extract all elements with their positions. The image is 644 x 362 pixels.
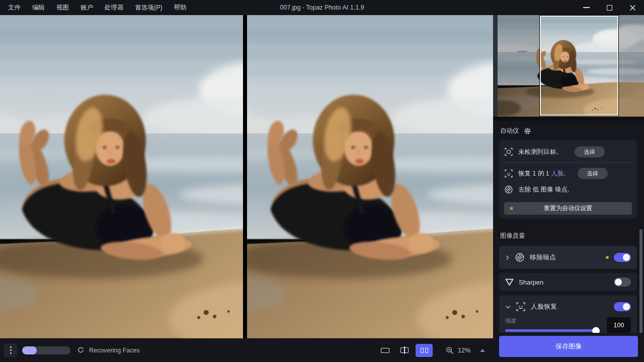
target-status-text: 未检测到目标。 [518, 148, 562, 156]
face-recovery-toggle[interactable] [614, 302, 631, 311]
maximize-icon [607, 5, 612, 11]
overflow-menu-button[interactable] [4, 343, 17, 357]
face-count-link[interactable]: 人脸 [551, 170, 564, 177]
navigation-thumbnail[interactable] [493, 15, 644, 117]
face-recovery-panel: 人脸恢复 强度 100 [499, 295, 637, 333]
settings-scrollbar[interactable] [639, 229, 642, 333]
compare-view [0, 15, 493, 338]
viewport-rectangle[interactable] [540, 16, 618, 116]
save-area: 保存图像 [493, 333, 644, 362]
save-image-button[interactable]: 保存图像 [499, 336, 638, 357]
autopilot-title: 自动仪 [500, 127, 519, 135]
autopilot-summary-panel: 未检测到目标。 选择 恢复 1 的 1 [499, 140, 637, 219]
close-button[interactable] [621, 0, 644, 15]
progress-bar [22, 346, 70, 354]
maximize-button[interactable] [598, 0, 621, 15]
side-by-side-view-button[interactable] [416, 344, 433, 357]
autopilot-noise-row: 去除 低 图像 噪点. [504, 182, 632, 198]
noise-icon [504, 185, 513, 194]
menu-account[interactable]: 账户 [78, 3, 95, 13]
strength-label: 强度 [505, 317, 601, 325]
face-status-text: 恢复 1 的 1 人脸. [518, 169, 566, 178]
canvas-area: Recovering Faces 12% [0, 15, 493, 362]
menu-preferences[interactable]: 首选项(P) [133, 3, 165, 13]
zoom-controls: 12% [446, 346, 485, 354]
window-controls [575, 0, 644, 15]
minimize-button[interactable] [575, 0, 598, 15]
face-recovery-header[interactable]: 人脸恢复 [505, 300, 631, 313]
target-select-button[interactable]: 选择 [575, 146, 605, 157]
remove-noise-panel[interactable]: 移除噪点 [499, 246, 637, 269]
view-mode-buttons [376, 344, 433, 357]
reset-autopilot-button[interactable]: 重置为自动仪设置 [504, 202, 632, 215]
spinner-icon [77, 347, 84, 353]
side-by-side-icon [421, 348, 428, 353]
zoom-in-icon[interactable] [446, 346, 454, 354]
remove-noise-toggle[interactable] [614, 253, 631, 262]
app-window: 文件 编辑 视图 账户 处理器 首选项(P) 帮助 007.jpg - Topa… [0, 0, 644, 362]
settings-panel: 自动仪 [493, 121, 644, 333]
progress-fill [22, 346, 37, 354]
sharpen-label: Sharpen [519, 279, 543, 286]
noise-icon [515, 252, 525, 262]
zoom-dropdown-arrow-icon[interactable] [480, 349, 485, 352]
menu-file[interactable]: 文件 [6, 3, 23, 13]
thumbnail-edge [493, 15, 498, 117]
face-select-button[interactable]: 选择 [578, 168, 608, 179]
zoom-level[interactable]: 12% [458, 347, 472, 354]
menu-help[interactable]: 帮助 [172, 3, 189, 13]
divider [504, 162, 632, 163]
face-recovery-label: 人脸恢复 [531, 302, 557, 311]
progress-status-text: Recovering Faces [89, 347, 140, 354]
menubar: 文件 编辑 视图 账户 处理器 首选项(P) 帮助 [0, 3, 189, 13]
statusbar: Recovering Faces 12% [0, 338, 493, 362]
strength-slider[interactable] [505, 329, 599, 332]
menu-processor[interactable]: 处理器 [103, 3, 126, 13]
chevron-down-icon[interactable] [505, 305, 511, 309]
enabled-dot [606, 256, 609, 259]
split-view-button[interactable] [396, 344, 413, 357]
sharpen-panel[interactable]: Sharpen [499, 273, 637, 291]
minimize-icon [583, 7, 590, 8]
thumbnail-dim-right [618, 15, 644, 117]
thumbnail-dim-left [498, 15, 540, 117]
single-view-icon [381, 348, 389, 353]
sharpen-toggle[interactable] [614, 278, 631, 287]
autopilot-status-dot [510, 207, 513, 210]
thumbnail-spacer [493, 117, 644, 121]
single-view-button[interactable] [376, 344, 393, 357]
menu-view[interactable]: 视图 [54, 3, 71, 13]
sharpen-icon [505, 279, 514, 286]
split-view-icon [400, 347, 409, 353]
autopilot-face-row: 恢复 1 的 1 人脸. 选择 [504, 165, 632, 182]
kebab-icon [10, 346, 12, 348]
slider-thumb[interactable] [592, 327, 600, 333]
autopilot-target-row: 未检测到目标。 选择 [504, 144, 632, 160]
image-quality-section-title: 图像质量 [500, 232, 636, 240]
strength-control: 强度 100 [505, 317, 631, 333]
face-recovery-icon [516, 302, 526, 312]
titlebar: 文件 编辑 视图 账户 处理器 首选项(P) 帮助 007.jpg - Topa… [0, 0, 644, 15]
target-detect-icon [504, 147, 513, 156]
autopilot-header: 自动仪 [500, 125, 637, 137]
remove-noise-label: 移除噪点 [530, 253, 556, 262]
menu-edit[interactable]: 编辑 [30, 3, 47, 13]
main-content: Recovering Faces 12% [0, 15, 644, 362]
noise-status-text: 去除 低 图像 噪点. [518, 186, 569, 194]
panel-divider [243, 15, 247, 338]
strength-value-field[interactable]: 100 [607, 317, 631, 333]
face-detect-icon [504, 169, 513, 178]
after-image[interactable] [247, 15, 493, 338]
before-image[interactable] [0, 15, 243, 338]
chevron-right-icon[interactable] [505, 255, 510, 260]
gear-icon[interactable] [524, 127, 531, 135]
close-icon [629, 5, 636, 11]
sidebar: 自动仪 [493, 15, 644, 362]
